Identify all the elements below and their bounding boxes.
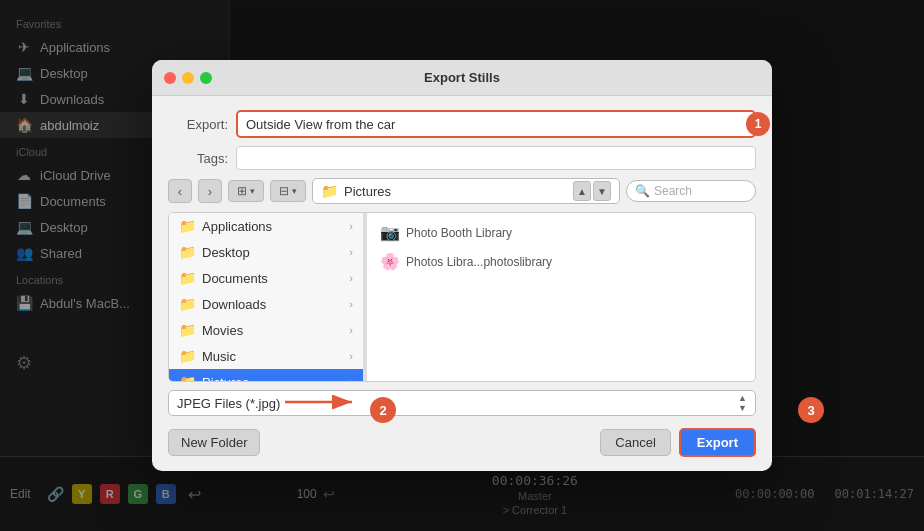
- folder-chevron: ›: [349, 324, 353, 336]
- folder-name: Music: [202, 349, 236, 364]
- modal-title: Export Stills: [424, 70, 500, 85]
- folder-icon: 📁: [179, 322, 196, 338]
- tags-label: Tags:: [168, 151, 228, 166]
- file-photos-library[interactable]: 🌸 Photos Libra...photoslibrary: [372, 247, 750, 276]
- folder-chevron: ›: [349, 246, 353, 258]
- folder-downloads[interactable]: 📁 Downloads ›: [169, 291, 363, 317]
- folder-music[interactable]: 📁 Music ›: [169, 343, 363, 369]
- badge-3: 3: [798, 397, 824, 423]
- close-button[interactable]: [164, 72, 176, 84]
- grid-view-button[interactable]: ⊞ ▾: [228, 180, 264, 202]
- format-select[interactable]: JPEG Files (*.jpg) ▲ ▼: [168, 390, 756, 416]
- action-row: New Folder Cancel Export: [168, 428, 756, 457]
- window-controls: [164, 72, 212, 84]
- modal-overlay: Export Stills Export: 1 Tags: ‹ › ⊞ ▾: [0, 0, 924, 531]
- tags-input[interactable]: [236, 146, 756, 170]
- photos-icon: 🌸: [380, 252, 400, 271]
- new-folder-button[interactable]: New Folder: [168, 429, 260, 456]
- loc-up-chev[interactable]: ▲: [573, 181, 591, 201]
- folder-pictures[interactable]: 📁 Pictures ›: [169, 369, 363, 381]
- badge-2: 2: [370, 397, 396, 423]
- folder-list: 📁 Applications › 📁 Desktop › 📁 Documents…: [169, 213, 364, 381]
- folder-name: Documents: [202, 271, 268, 286]
- folder-movies[interactable]: 📁 Movies ›: [169, 317, 363, 343]
- folder-icon: 📁: [179, 374, 196, 381]
- loc-down-chev[interactable]: ▼: [593, 181, 611, 201]
- folder-icon: 📁: [179, 270, 196, 286]
- back-button[interactable]: ‹: [168, 179, 192, 203]
- list-view-chevron: ▾: [292, 186, 297, 196]
- search-box[interactable]: 🔍 Search: [626, 180, 756, 202]
- file-list: 📷 Photo Booth Library 🌸 Photos Libra...p…: [367, 213, 755, 381]
- folder-icon: 📁: [179, 348, 196, 364]
- arrow-2: [280, 387, 360, 417]
- action-right: Cancel Export: [600, 428, 756, 457]
- folder-icon: 📁: [179, 218, 196, 234]
- folder-chevron: ›: [349, 376, 353, 381]
- file-name: Photos Libra...photoslibrary: [406, 255, 552, 269]
- list-view-icon: ⊟: [279, 184, 289, 198]
- format-spinner[interactable]: ▲ ▼: [738, 393, 747, 413]
- folder-chevron: ›: [349, 272, 353, 284]
- tags-row: Tags:: [168, 146, 756, 170]
- location-folder-icon: 📁: [321, 183, 338, 199]
- list-view-button[interactable]: ⊟ ▾: [270, 180, 306, 202]
- export-label: Export:: [168, 117, 228, 132]
- folder-chevron: ›: [349, 220, 353, 232]
- nav-row: ‹ › ⊞ ▾ ⊟ ▾ 📁 Pictures ▲ ▼: [168, 178, 756, 204]
- folder-chevron: ›: [349, 350, 353, 362]
- folder-chevron: ›: [349, 298, 353, 310]
- folder-desktop[interactable]: 📁 Desktop ›: [169, 239, 363, 265]
- export-input[interactable]: [236, 110, 756, 138]
- export-stills-modal: Export Stills Export: 1 Tags: ‹ › ⊞ ▾: [152, 60, 772, 471]
- modal-titlebar: Export Stills: [152, 60, 772, 96]
- location-dropdown[interactable]: 📁 Pictures ▲ ▼: [312, 178, 620, 204]
- file-photo-booth[interactable]: 📷 Photo Booth Library: [372, 218, 750, 247]
- folder-documents[interactable]: 📁 Documents ›: [169, 265, 363, 291]
- export-button[interactable]: Export: [679, 428, 756, 457]
- folder-name: Pictures: [202, 375, 249, 382]
- folder-name: Downloads: [202, 297, 266, 312]
- grid-view-chevron: ▾: [250, 186, 255, 196]
- folder-name: Applications: [202, 219, 272, 234]
- folder-icon: 📁: [179, 296, 196, 312]
- search-placeholder: Search: [654, 184, 692, 198]
- format-row: JPEG Files (*.jpg) ▲ ▼: [168, 390, 756, 416]
- folder-icon: 📁: [179, 244, 196, 260]
- folder-applications[interactable]: 📁 Applications ›: [169, 213, 363, 239]
- cancel-button[interactable]: Cancel: [600, 429, 670, 456]
- grid-view-icon: ⊞: [237, 184, 247, 198]
- export-row: Export: 1: [168, 110, 756, 138]
- photo-booth-icon: 📷: [380, 223, 400, 242]
- folder-name: Desktop: [202, 245, 250, 260]
- search-icon: 🔍: [635, 184, 650, 198]
- location-chevrons: ▲ ▼: [573, 181, 611, 201]
- format-label: JPEG Files (*.jpg): [177, 396, 280, 411]
- folder-name: Movies: [202, 323, 243, 338]
- minimize-button[interactable]: [182, 72, 194, 84]
- maximize-button[interactable]: [200, 72, 212, 84]
- badge-1: 1: [746, 112, 770, 136]
- modal-body: Export: 1 Tags: ‹ › ⊞ ▾ ⊟ ▾: [152, 96, 772, 471]
- file-name: Photo Booth Library: [406, 226, 512, 240]
- forward-button[interactable]: ›: [198, 179, 222, 203]
- location-name: Pictures: [344, 184, 391, 199]
- file-browser: 📁 Applications › 📁 Desktop › 📁 Documents…: [168, 212, 756, 382]
